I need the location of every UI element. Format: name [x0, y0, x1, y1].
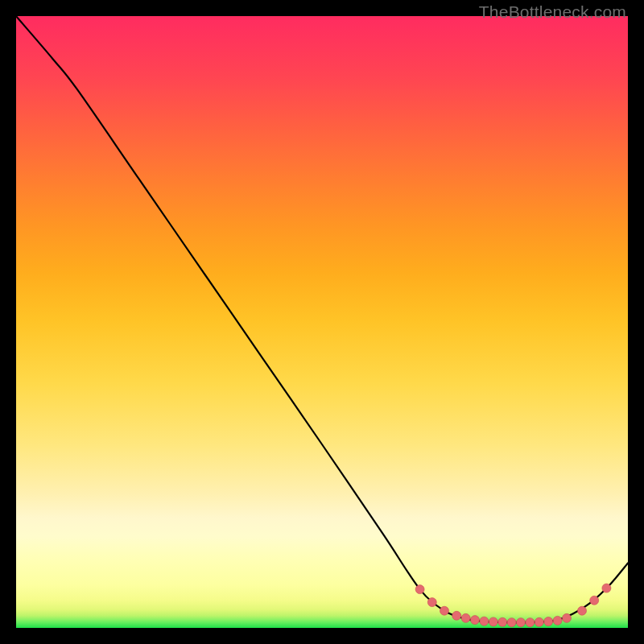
watermark-text: TheBottleneck.com	[479, 2, 626, 22]
bottleneck-curve	[16, 16, 628, 622]
highlight-dot	[471, 616, 480, 625]
curve-svg	[16, 16, 628, 628]
highlight-dot	[498, 617, 507, 626]
highlight-dot	[535, 617, 543, 626]
highlight-dot	[590, 596, 599, 605]
highlight-dot	[507, 618, 516, 627]
highlight-dot	[544, 617, 553, 626]
highlight-dot	[427, 598, 436, 607]
highlight-dot	[415, 585, 424, 594]
highlight-dot	[578, 606, 587, 615]
highlight-dot	[602, 584, 611, 592]
highlight-dot	[440, 606, 449, 615]
highlight-dot	[489, 617, 497, 626]
highlight-dots	[415, 584, 611, 627]
highlight-dot	[480, 617, 489, 625]
highlight-dot	[452, 611, 461, 620]
highlight-dot	[526, 618, 535, 627]
highlight-dot	[553, 616, 562, 625]
chart-stage: TheBottleneck.com	[0, 0, 644, 644]
highlight-dot	[517, 618, 526, 627]
highlight-dot	[461, 613, 470, 622]
plot-area	[16, 16, 628, 628]
highlight-dot	[563, 613, 572, 622]
